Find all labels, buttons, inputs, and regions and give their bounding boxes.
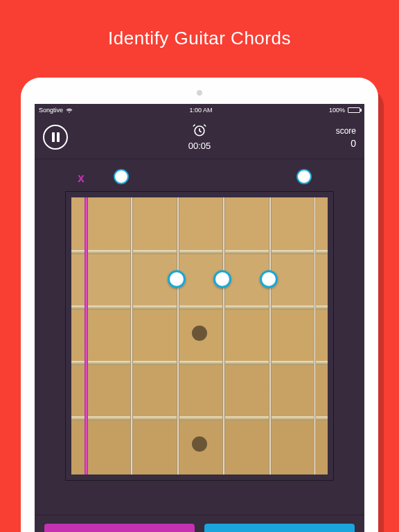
fretboard: [65, 191, 334, 481]
string-6: [314, 197, 316, 475]
score-value: 0: [251, 137, 356, 151]
string-2: [130, 197, 133, 475]
finger-dot: [168, 270, 186, 288]
finger-dot: [213, 270, 231, 288]
fret-marker-icon: [192, 436, 207, 452]
game-header: 00:05 score 0: [35, 115, 364, 159]
battery-pct: 100%: [329, 107, 345, 114]
major-button[interactable]: Major: [44, 524, 195, 532]
fret-marker-icon: [192, 326, 207, 341]
finger-dot: [260, 270, 278, 288]
chord-diagram: x: [35, 159, 364, 481]
minor-button[interactable]: Minor: [204, 524, 355, 532]
carrier-label: Songtive: [39, 107, 63, 114]
string-4: [222, 197, 225, 475]
answer-buttons: Major Minor: [35, 515, 364, 532]
fretboard-wood: [71, 197, 328, 475]
nut-row: x: [64, 169, 349, 187]
string-mute-icon: x: [64, 171, 98, 186]
device-frame: Songtive 1:00 AM 100% 00: [21, 78, 378, 532]
app-screen: Songtive 1:00 AM 100% 00: [35, 104, 364, 532]
timer-value: 00:05: [148, 141, 252, 151]
status-bar: Songtive 1:00 AM 100%: [35, 104, 364, 115]
pause-button[interactable]: [43, 125, 68, 150]
page-title: Identify Guitar Chords: [0, 0, 399, 49]
score-label: score: [251, 125, 356, 137]
open-string-dot: [296, 169, 312, 184]
status-time: 1:00 AM: [189, 107, 212, 114]
string-5: [269, 197, 272, 475]
pause-icon: [52, 132, 60, 142]
string-3: [177, 197, 179, 475]
wifi-icon: [66, 107, 73, 113]
open-string-dot: [114, 169, 129, 184]
clock-icon: [192, 123, 207, 136]
string-1: [85, 197, 88, 475]
battery-icon: [348, 107, 360, 113]
